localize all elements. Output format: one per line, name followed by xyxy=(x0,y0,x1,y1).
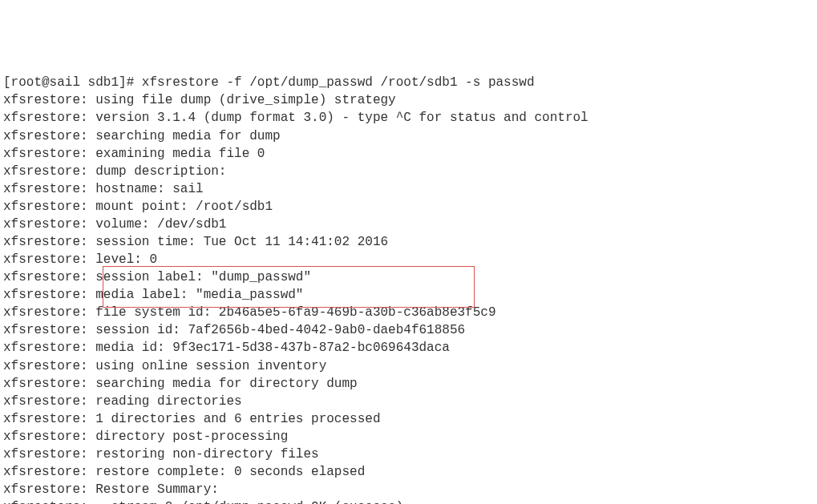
output-line: xfsrestore: version 3.1.4 (dump format 3… xyxy=(3,109,814,127)
output-line: xfsrestore: 1 directories and 6 entries … xyxy=(3,410,814,428)
output-line: xfsrestore: using online session invento… xyxy=(3,357,814,375)
prompt-line[interactable]: [root@sail sdb1]# xfsrestore -f /opt/dum… xyxy=(3,74,814,91)
output-line: xfsrestore: volume: /dev/sdb1 xyxy=(3,216,814,233)
output-line: xfsrestore: using file dump (drive_simpl… xyxy=(3,91,814,109)
output-line: xfsrestore: media id: 9f3ec171-5d38-437b… xyxy=(3,339,814,357)
output-line: xfsrestore: examining media file 0 xyxy=(3,145,814,163)
output-line: xfsrestore: reading directories xyxy=(3,393,814,410)
output-line: xfsrestore: hostname: sail xyxy=(3,180,814,198)
output-line: xfsrestore: session id: 7af2656b-4bed-40… xyxy=(3,321,814,339)
output-line: xfsrestore: file system id: 2b46a5e5-6fa… xyxy=(3,304,814,321)
output-line: xfsrestore: stream 0 /opt/dump_passwd OK… xyxy=(3,498,814,504)
output-line: xfsrestore: session label: "dump_passwd" xyxy=(3,268,814,286)
output-line: xfsrestore: restore complete: 0 seconds … xyxy=(3,463,814,481)
output-line: xfsrestore: searching media for dump xyxy=(3,127,814,145)
output-line: xfsrestore: restoring non-directory file… xyxy=(3,446,814,463)
output-line: xfsrestore: directory post-processing xyxy=(3,428,814,446)
output-line: xfsrestore: session time: Tue Oct 11 14:… xyxy=(3,233,814,251)
output-line: xfsrestore: searching media for director… xyxy=(3,375,814,393)
terminal-output: [root@sail sdb1]# xfsrestore -f /opt/dum… xyxy=(3,74,814,504)
output-line: xfsrestore: level: 0 xyxy=(3,251,814,268)
output-line: xfsrestore: Restore Summary: xyxy=(3,481,814,498)
output-line: xfsrestore: dump description: xyxy=(3,163,814,180)
output-line: xfsrestore: mount point: /root/sdb1 xyxy=(3,198,814,216)
output-line: xfsrestore: media label: "media_passwd" xyxy=(3,286,814,304)
